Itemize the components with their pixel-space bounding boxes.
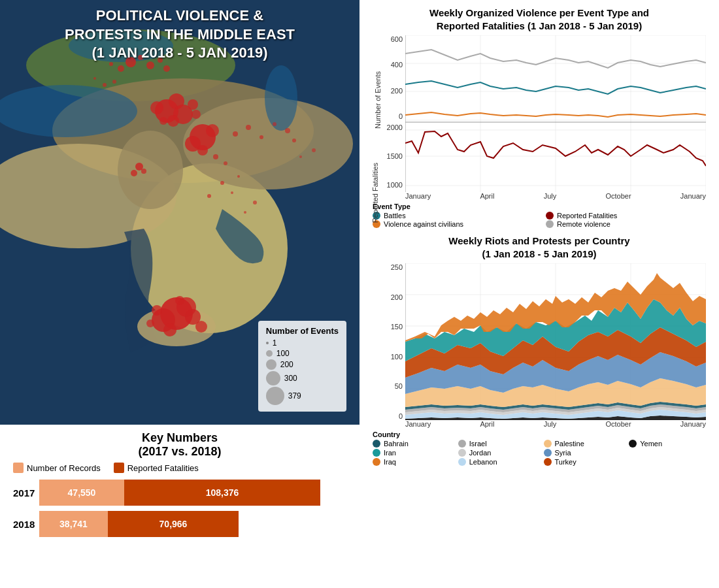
svg-point-57 [312,148,316,152]
right-panel: Weekly Organized Violence per Event Type… [360,0,719,588]
legend-palestine: Palestine [544,440,624,448]
legend-item-300: 300 [266,371,339,385]
bar-legend: Number of Records Reported Fatalities [13,463,346,473]
svg-point-48 [220,181,224,185]
legend-fatalities: Reported Fatalities [114,463,199,473]
svg-point-55 [213,154,218,159]
svg-point-31 [259,135,263,139]
map-container: POLITICAL VIOLENCE & PROTESTS IN THE MID… [0,0,360,425]
svg-point-54 [112,80,116,84]
svg-point-45 [175,296,184,305]
bottom-chart-section: Weekly Riots and Protests per Country(1 … [369,235,709,466]
svg-point-12 [118,65,124,72]
svg-point-59 [253,201,257,204]
top-chart-svg [405,35,706,192]
country-legend: Country Bahrain Israel Palestine Yemen [373,431,709,466]
svg-point-24 [159,117,167,125]
svg-point-42 [163,323,176,336]
bar-2018-fatalities: 70,966 [108,511,239,537]
legend-title: Number of Events [266,326,339,336]
svg-point-58 [299,155,302,158]
svg-point-46 [195,321,207,333]
bar-row-2017: 2017 47,550 108,376 [13,480,346,506]
svg-point-35 [292,139,296,142]
bar-2017-fatalities: 108,376 [124,480,320,506]
bottom-chart-container: 250 200 150 100 50 0 [369,263,709,428]
svg-point-56 [224,161,227,165]
svg-point-28 [206,124,219,137]
svg-point-21 [150,101,163,114]
svg-point-25 [192,110,201,119]
fatalities-swatch [114,463,124,473]
svg-point-9 [265,65,297,131]
bar-2017-records: 47,550 [39,480,124,506]
svg-point-50 [207,194,211,198]
bar-row-2018: 2018 38,741 70,966 [13,511,346,537]
svg-point-22 [188,99,198,110]
svg-point-53 [93,77,96,80]
svg-point-33 [273,122,276,126]
top-chart-container: 600 400 200 0 2000 1500 1000 Number of E… [369,35,709,200]
event-type-legend: Event Type Battles Reported Fatalities V… [373,203,709,228]
legend-battles: Battles [373,212,536,220]
top-chart-x-ticks: January April July October January [405,192,706,200]
svg-point-52 [103,83,107,87]
legend-iraq: Iraq [373,458,453,466]
records-swatch [13,463,24,473]
legend-item-100: 100 [266,349,339,358]
legend-item-379: 379 [266,387,339,405]
legend-remote-violence: Remote violence [546,220,709,228]
map-title: POLITICAL VIOLENCE & PROTESTS IN THE MID… [0,7,360,63]
top-chart-title: Weekly Organized Violence per Event Type… [369,7,709,32]
legend-iran: Iran [373,449,453,457]
map-legend: Number of Events 1 100 200 300 379 [258,321,346,412]
legend-jordan: Jordan [458,449,539,457]
svg-point-23 [167,115,179,127]
key-numbers-section: Key Numbers (2017 vs. 2018) Number of Re… [0,425,360,588]
legend-syria: Syria [544,449,624,457]
svg-point-7 [0,85,137,137]
bottom-chart-title: Weekly Riots and Protests per Country(1 … [369,235,709,260]
svg-point-38 [141,169,146,174]
legend-israel: Israel [458,440,539,448]
svg-point-49 [231,191,233,194]
svg-point-44 [152,305,162,316]
key-numbers-title: Key Numbers (2017 vs. 2018) [13,431,346,459]
bottom-chart-x-ticks: January April July October January [405,420,706,428]
svg-point-15 [146,61,154,69]
svg-point-14 [109,62,113,66]
bar-2018-records: 38,741 [39,511,108,537]
svg-point-6 [118,131,183,209]
legend-reported-fatalities: Reported Fatalities [546,212,709,220]
svg-point-51 [237,175,240,178]
legend-item-200: 200 [266,359,339,370]
bottom-chart-svg [405,263,706,420]
y-axis-bottom: 250 200 150 100 50 0 [369,263,405,420]
svg-point-60 [244,211,246,214]
left-panel: POLITICAL VIOLENCE & PROTESTS IN THE MID… [0,0,360,588]
svg-point-47 [146,319,154,327]
svg-point-29 [197,145,208,155]
svg-point-30 [246,125,251,130]
top-chart-section: Weekly Organized Violence per Event Type… [369,7,709,228]
legend-item-1: 1 [266,338,339,348]
legend-bahrain: Bahrain [373,440,453,448]
y-label-events: Number of Events [374,71,382,129]
top-chart-inner: Number of Events Reported Fatalities [405,35,709,200]
svg-point-34 [285,128,290,133]
svg-point-17 [163,65,170,72]
legend-violence-civilians: Violence against civilians [373,220,536,228]
svg-point-37 [131,170,137,176]
y-label-fatalities: Reported Fatalities [371,163,379,223]
legend-lebanon: Lebanon [458,458,539,466]
legend-records: Number of Records [13,463,101,473]
bottom-chart-inner: January April July October January [405,263,709,428]
svg-point-32 [233,131,238,137]
legend-turkey: Turkey [544,458,624,466]
legend-yemen: Yemen [629,440,709,448]
